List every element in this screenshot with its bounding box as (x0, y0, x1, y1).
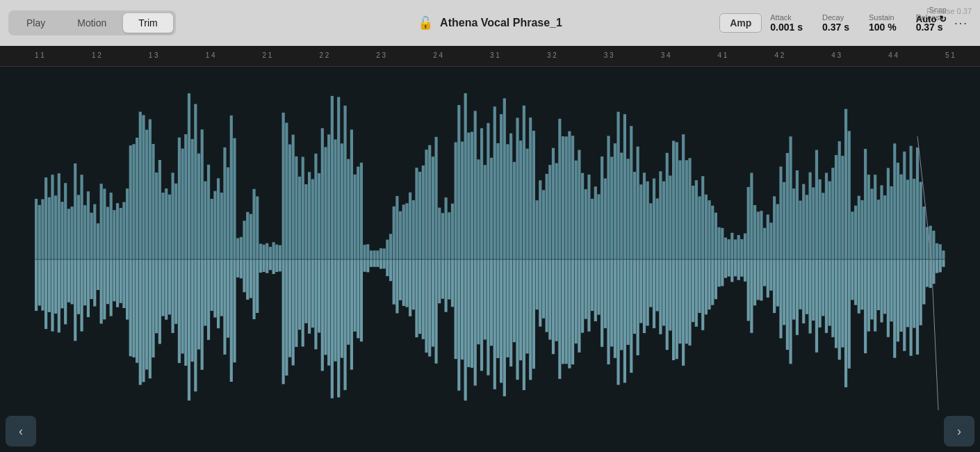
param-sustain: Sustain 100 % (869, 13, 897, 33)
timeline-mark: 3 1 (490, 51, 500, 59)
tab-group: Play Motion Trim (8, 10, 176, 35)
timeline-mark: 4 1 (718, 51, 728, 59)
timeline-mark: 3 2 (547, 51, 557, 59)
decay-label: Decay (822, 13, 844, 22)
timeline-mark: 1 3 (149, 51, 158, 59)
release-badge: Release 0.37 (926, 0, 980, 15)
waveform-container: ‹ › (0, 67, 980, 452)
sustain-value[interactable]: 100 % (869, 22, 897, 33)
tab-play[interactable]: Play (11, 13, 60, 33)
decay-value[interactable]: 0.37 s (822, 22, 849, 33)
timeline-mark: 1 2 (92, 51, 101, 59)
timeline: 1 11 21 31 42 12 22 32 43 13 23 33 44 14… (0, 46, 980, 67)
tab-trim[interactable]: Trim (123, 13, 172, 33)
file-info: 🔓 Athena Vocal Phrase_1 (418, 15, 562, 31)
attack-label: Attack (770, 13, 792, 22)
tab-motion[interactable]: Motion (62, 13, 122, 33)
nav-arrow-left[interactable]: ‹ (6, 416, 36, 446)
release-label: Release 0.37 (926, 7, 972, 15)
timeline-mark: 2 3 (376, 51, 386, 59)
topbar: Play Motion Trim 🔓 Athena Vocal Phrase_1… (0, 0, 980, 46)
lock-icon: 🔓 (418, 15, 433, 31)
snap-value[interactable]: Auto ↻ (916, 14, 947, 24)
timeline-mark: 2 4 (433, 51, 443, 59)
timeline-mark: 4 2 (774, 51, 784, 59)
timeline-mark: 4 3 (831, 51, 841, 59)
waveform-canvas (0, 67, 980, 452)
timeline-mark: 1 4 (206, 51, 215, 59)
timeline-mark: 3 3 (604, 51, 614, 59)
sustain-label: Sustain (869, 13, 895, 22)
param-attack: Attack 0.001 s (770, 13, 803, 33)
nav-arrow-right[interactable]: › (944, 416, 974, 446)
attack-value[interactable]: 0.001 s (770, 22, 803, 33)
timeline-mark: 2 2 (319, 51, 329, 59)
timeline-mark: 2 1 (263, 51, 272, 59)
param-decay: Decay 0.37 s (822, 13, 849, 33)
timeline-mark: 5 1 (945, 51, 955, 59)
timeline-mark: 3 4 (661, 51, 671, 59)
file-name: Athena Vocal Phrase_1 (440, 17, 562, 29)
amp-button[interactable]: Amp (719, 13, 762, 33)
timeline-mark: 4 4 (888, 51, 898, 59)
timeline-mark: 1 1 (35, 51, 44, 59)
